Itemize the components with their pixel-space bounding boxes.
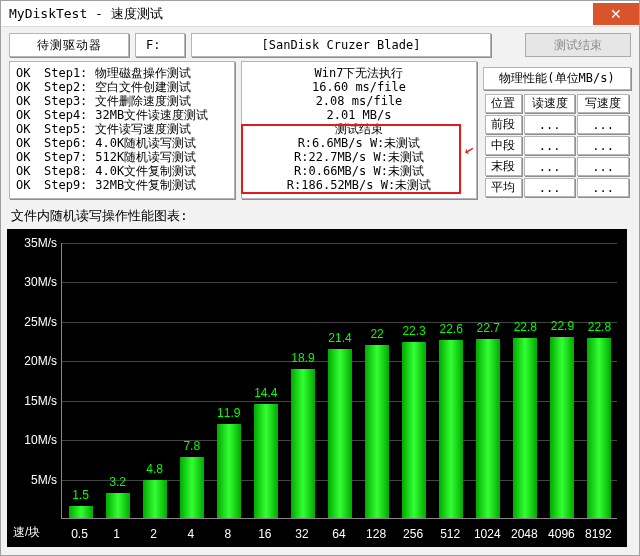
chart-bar	[550, 337, 574, 518]
info-line: 2.01 MB/s	[248, 108, 470, 122]
chart-x-tick: 64	[321, 527, 357, 541]
chart-x-tick: 8	[210, 527, 246, 541]
chart-x-tick: 512	[432, 527, 468, 541]
waiting-drive-label: 待测驱动器	[9, 33, 129, 57]
chart-x-tick: 4096	[543, 527, 579, 541]
chart-y-tick: 20M/s	[7, 354, 57, 368]
close-button[interactable]: ✕	[593, 3, 639, 25]
chart-bar-label: 1.5	[64, 488, 98, 502]
close-icon: ✕	[610, 6, 622, 22]
info-line: 2.08 ms/file	[248, 94, 470, 108]
chart-y-tick: 10M/s	[7, 433, 57, 447]
chart-bar	[328, 349, 352, 518]
chart-x-tick: 4	[173, 527, 209, 541]
chart-bar	[254, 404, 278, 518]
info-line: R:22.7MB/s W:未测试	[248, 150, 470, 164]
chart-bar-label: 3.2	[101, 475, 135, 489]
chart-bar	[439, 340, 463, 518]
chart-bar	[291, 369, 315, 518]
chart-y-tick: 5M/s	[7, 473, 57, 487]
chart-y-tick: 30M/s	[7, 275, 57, 289]
phys-table: 位置读速度写速度前段......中段......末段......平均......	[483, 92, 631, 199]
window-title: MyDiskTest - 速度测试	[1, 5, 171, 23]
chart-bar	[143, 480, 167, 518]
chart-bar-label: 4.8	[138, 462, 172, 476]
step-line: OKStep1:物理磁盘操作测试	[16, 66, 228, 80]
step-line: OKStep5:文件读写速度测试	[16, 122, 228, 136]
chart-x-tick: 8192	[580, 527, 616, 541]
chart-bar	[402, 342, 426, 518]
chart-bar-label: 7.8	[175, 439, 209, 453]
titlebar[interactable]: MyDiskTest - 速度测试 ✕	[1, 1, 639, 27]
chart-bar	[365, 345, 389, 518]
chart-x-tick: 2048	[506, 527, 542, 541]
chart-bar	[513, 338, 537, 518]
drive-letter-field[interactable]: F:	[135, 33, 185, 57]
info-header: Win7下无法执行	[248, 66, 470, 80]
info-line: R:0.66MB/s W:未测试	[248, 164, 470, 178]
chart-x-tick: 1	[99, 527, 135, 541]
info-line: 测试结束	[248, 122, 470, 136]
device-name: [SanDisk Cruzer Blade]	[191, 33, 491, 57]
chart-x-tick: 256	[395, 527, 431, 541]
chart-y-tick: 25M/s	[7, 315, 57, 329]
info-line: R:186.52MB/s W:未测试	[248, 178, 470, 192]
chart-title: 文件内随机读写操作性能图表:	[11, 207, 631, 225]
bar-chart: 1.53.24.87.811.914.418.921.42222.322.622…	[7, 229, 627, 547]
info-line: R:6.6MB/s W:未测试	[248, 136, 470, 150]
chart-x-axis-title: 速/块	[13, 524, 40, 541]
phys-header: 物理性能(单位MB/s)	[483, 67, 631, 90]
chart-x-tick: 1024	[469, 527, 505, 541]
step-line: OKStep6:4.0K随机读写测试	[16, 136, 228, 150]
step-line: OKStep8:4.0K文件复制测试	[16, 164, 228, 178]
chart-x-tick: 0.5	[62, 527, 98, 541]
step-line: OKStep9:32MB文件复制测试	[16, 178, 228, 192]
chart-bar-label: 22.3	[397, 324, 431, 338]
chart-x-tick: 32	[284, 527, 320, 541]
chart-bar-label: 11.9	[212, 406, 246, 420]
step-line: OKStep7:512K随机读写测试	[16, 150, 228, 164]
chart-bar-label: 22.9	[545, 319, 579, 333]
app-window: MyDiskTest - 速度测试 ✕ 待测驱动器 F: [SanDisk Cr…	[0, 0, 640, 556]
chart-y-tick: 35M/s	[7, 236, 57, 250]
info-panel: Win7下无法执行16.60 ms/file2.08 ms/file2.01 M…	[241, 61, 477, 199]
chart-bar-label: 14.4	[249, 386, 283, 400]
chart-bar-label: 21.4	[323, 331, 357, 345]
chart-bar-label: 22	[360, 327, 394, 341]
step-line: OKStep4:32MB文件读速度测试	[16, 108, 228, 122]
chart-bar-label: 22.7	[471, 321, 505, 335]
chart-bar	[106, 493, 130, 518]
chart-bar	[476, 339, 500, 518]
info-line: 16.60 ms/file	[248, 80, 470, 94]
chart-bar-label: 22.8	[508, 320, 542, 334]
step-line: OKStep3:文件删除速度测试	[16, 94, 228, 108]
chart-x-tick: 16	[247, 527, 283, 541]
chart-bar-label: 22.6	[434, 322, 468, 336]
chart-bar	[180, 457, 204, 519]
chart-bar	[587, 338, 611, 518]
chart-bar-label: 22.8	[582, 320, 616, 334]
chart-bar	[69, 506, 93, 518]
chart-y-tick: 15M/s	[7, 394, 57, 408]
steps-panel: OKStep1:物理磁盘操作测试OKStep2:空白文件创建测试OKStep3:…	[9, 61, 235, 199]
chart-bar-label: 18.9	[286, 351, 320, 365]
chart-x-tick: 2	[136, 527, 172, 541]
chart-x-tick: 128	[358, 527, 394, 541]
step-line: OKStep2:空白文件创建测试	[16, 80, 228, 94]
finish-button[interactable]: 测试结束	[525, 33, 631, 57]
chart-bar	[217, 424, 241, 518]
